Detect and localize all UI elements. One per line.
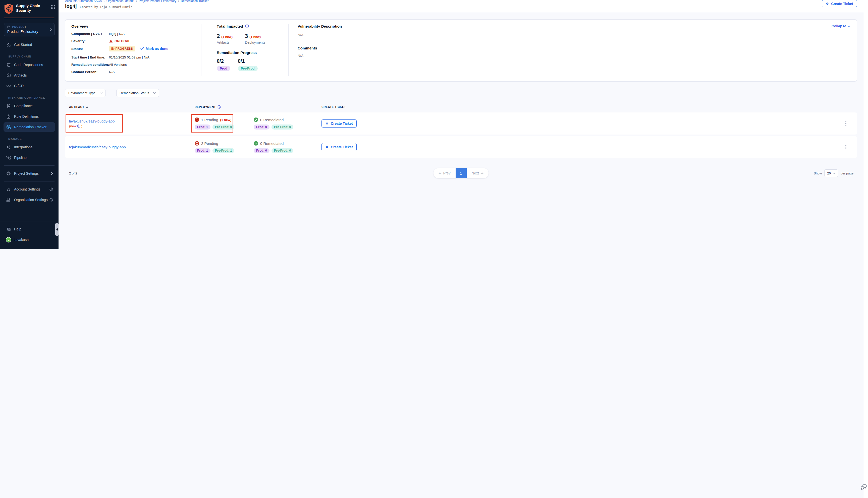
info-icon[interactable]	[218, 105, 221, 109]
create-ticket-button[interactable]: Create Ticket	[322, 143, 357, 151]
info-icon[interactable]	[50, 198, 53, 201]
code-repo-icon	[6, 63, 11, 67]
section-supply-chain: SUPPLY CHAIN	[8, 55, 54, 58]
breadcrumb-separator: ›	[104, 0, 105, 3]
mark-as-done-label: Mark as done	[146, 47, 168, 51]
condition-label: Remediation condition:	[71, 63, 109, 66]
chevron-down-icon	[153, 92, 156, 94]
remediated-cell: 0 Remediated Prod: 0 Pre-Prod: 0	[254, 141, 322, 153]
preprod-count-badge: Pre-Prod: 0	[272, 148, 293, 153]
result-count: 2 of 2	[69, 171, 77, 175]
info-icon[interactable]	[245, 24, 249, 28]
overview-column: Overview Component | CVE : log4j | N/A S…	[65, 24, 201, 76]
infinity-icon	[6, 83, 11, 88]
condition-value: All Versions	[109, 63, 127, 66]
breadcrumb-separator: ›	[136, 0, 137, 3]
mark-as-done-link[interactable]: Mark as done	[140, 47, 168, 51]
app-grid-icon[interactable]	[51, 5, 55, 9]
sidebar-item-pipelines[interactable]: Pipelines	[0, 153, 59, 162]
sidebar-item-label: Integrations	[14, 145, 33, 149]
sidebar-item-rule-definitions[interactable]: Rule Definitions	[0, 112, 59, 121]
remediated-cell: 0 Remediated Prod: 0 Pre-Prod: 0	[254, 117, 322, 130]
cube-icon	[7, 25, 11, 29]
create-ticket-cell: Create Ticket	[322, 143, 379, 151]
prod-count-badge: Prod: 0	[254, 148, 270, 153]
prev-page-button[interactable]: ← Prev	[433, 168, 434, 178]
pending-cell: 1 Pending (1 new) Prod: 1 Pre-Prod: 0	[195, 117, 254, 130]
breadcrumb-remediation-tracker[interactable]: Remediation Tracker	[181, 0, 209, 3]
prod-progress: 0/2 Prod	[217, 58, 230, 71]
artifact-column-header: ARTIFACT	[69, 105, 85, 108]
sidebar-item-project-settings[interactable]: Project Settings	[0, 169, 59, 178]
sidebar-item-organization-settings[interactable]: Organization Settings	[0, 195, 59, 205]
pending-icon	[195, 117, 199, 122]
artifacts-stat-label: Artifacts	[217, 40, 238, 44]
sort-asc-icon[interactable]	[86, 106, 88, 108]
artifact-cell: lavakush07/easy-buggy-app (new )	[69, 119, 195, 128]
org-gear-icon	[6, 198, 11, 202]
sidebar-item-account-settings[interactable]: Account Settings	[0, 184, 59, 194]
integrations-icon	[6, 145, 11, 149]
app-title: Supply Chain Security	[16, 3, 46, 13]
remediation-status-select[interactable]: Remediation Status	[116, 89, 159, 97]
sidebar-item-remediation-tracker[interactable]: Remediation Tracker	[3, 122, 55, 132]
deployments-count: 3	[245, 33, 248, 39]
remediated-count: 0 Remediated	[260, 141, 284, 146]
time-value: 01/10/2025 01:08 pm | N/A	[109, 55, 150, 59]
sidebar-item-compliance[interactable]: Compliance	[0, 101, 59, 111]
create-ticket-cell: Create Ticket	[322, 119, 379, 128]
environment-type-select[interactable]: Environment Type	[65, 89, 106, 97]
sidebar-item-label: Project Settings	[14, 171, 39, 175]
project-selector[interactable]: PROJECT Product Exploratory	[4, 23, 54, 36]
sidebar-item-artifacts[interactable]: Artifacts	[0, 70, 59, 80]
content: Overview Component | CVE : log4j | N/A S…	[59, 12, 434, 178]
sidebar-item-integrations[interactable]: Integrations	[0, 142, 59, 152]
sidebar-item-code-repositories[interactable]: Code Repositories	[0, 60, 59, 69]
sidebar-item-label: Code Repositories	[14, 63, 43, 67]
breadcrumb-organization[interactable]: Organization: default	[106, 0, 134, 3]
user-menu[interactable]: L Lavakush	[0, 235, 59, 245]
brand-accent-line	[4, 17, 54, 18]
prod-count-badge: Prod: 1	[195, 124, 210, 130]
check-icon	[140, 47, 144, 50]
create-ticket-button[interactable]: Create Ticket	[322, 119, 357, 128]
sidebar-item-label: Rule Definitions	[14, 115, 39, 118]
prod-progress-value: 0/2	[217, 58, 230, 64]
breadcrumb: Account: Automation-SSCA›Organization: d…	[65, 0, 434, 3]
sidebar-item-cicd[interactable]: CI/CD	[0, 81, 59, 91]
new-tag-text: (new	[69, 124, 76, 128]
remediated-count: 0 Remediated	[260, 118, 284, 122]
artifact-cell: tejakummarikuntla/easy-buggy-app	[69, 145, 195, 149]
component-cve-value: log4j | N/A	[109, 32, 125, 36]
svg-text:?: ?	[8, 228, 9, 230]
contact-value: N/A	[109, 70, 115, 74]
sidebar-collapse-handle[interactable]	[55, 223, 59, 236]
row-actions-cell	[379, 121, 434, 126]
project-label: PROJECT	[12, 26, 26, 28]
help-chat-icon: ?	[6, 227, 11, 232]
impacted-deployments-stat: 3 (1 new) Deployments	[245, 33, 267, 44]
page-header: Account: Automation-SSCA›Organization: d…	[59, 0, 434, 12]
sidebar-item-help[interactable]: ? Help	[0, 224, 59, 234]
breadcrumb-project[interactable]: Project: Product Exploratory	[139, 0, 176, 3]
box-icon	[6, 73, 11, 78]
pagination: 2 of 2 ← Prev 1 Next → Show 20	[65, 168, 434, 178]
artifacts-new-count: (1 new)	[221, 35, 233, 39]
vulnerability-description-heading: Vulnerability Description	[298, 24, 342, 28]
deployments-stat-label: Deployments	[245, 40, 267, 44]
breadcrumb-separator: ›	[178, 0, 179, 3]
clipboard-check-icon	[6, 114, 11, 119]
severity-label: Severity:	[71, 39, 109, 43]
impacted-artifacts-stat: 2 (1 new) Artifacts	[217, 33, 238, 44]
artifact-new-tag: (new )	[69, 124, 195, 128]
sidebar-item-label: Organization Settings	[14, 198, 48, 202]
sidebar-item-label: Get Started	[14, 43, 32, 47]
artifact-link[interactable]: tejakummarikuntla/easy-buggy-app	[69, 145, 126, 149]
remediated-check-icon	[254, 117, 258, 122]
sidebar-item-get-started[interactable]: Get Started	[0, 40, 59, 50]
breadcrumb-account[interactable]: Account: Automation-SSCA	[65, 0, 102, 3]
deployments-new-count: (1 new)	[249, 35, 261, 39]
info-icon[interactable]	[77, 124, 80, 128]
artifact-link[interactable]: lavakush07/easy-buggy-app	[69, 119, 115, 123]
info-icon[interactable]	[50, 187, 53, 191]
